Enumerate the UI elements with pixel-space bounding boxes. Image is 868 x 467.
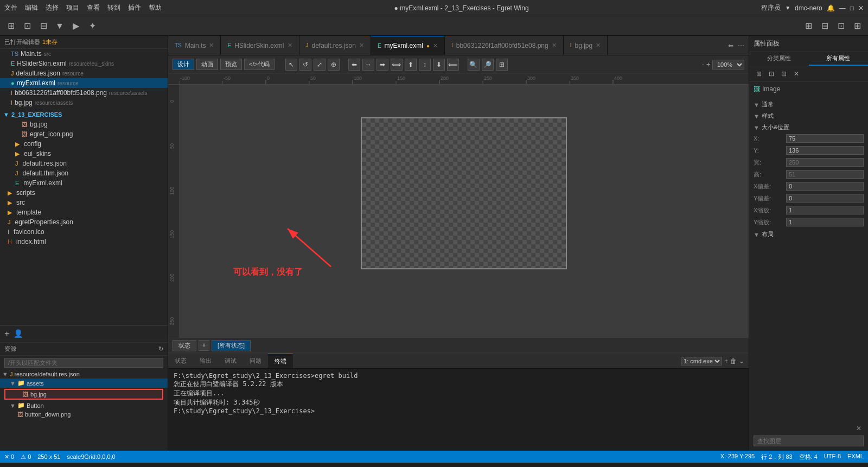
project-item-indexhtml[interactable]: H index.html [0,237,168,247]
user-role[interactable]: 程序员 [761,3,781,12]
resource-button-down[interactable]: 🖼 button_down.png [0,410,168,419]
section-layout[interactable]: ▼ 布局 [754,228,864,239]
open-file-main[interactable]: TS Main.ts src [0,49,168,59]
tab-bgjpg[interactable]: I bg.jpg ✕ [564,36,608,55]
btab-output[interactable]: 输出 [193,354,218,368]
tab-default-res[interactable]: J default.res.json ✕ [299,36,371,55]
menu-file[interactable]: 文件 [4,3,17,12]
menu-goto[interactable]: 转到 [107,3,120,12]
close-find-layer-icon[interactable]: ✕ [856,425,861,432]
add-terminal-icon[interactable]: + [724,357,728,365]
open-file-default-res[interactable]: J default.res.json resource [0,68,168,78]
resource-button-folder[interactable]: ▼ 📁 Button [0,401,168,410]
menu-select[interactable]: 选择 [46,3,59,12]
project-section[interactable]: ▼ 2_13_EXERCISES [0,110,168,119]
resources-search-input[interactable] [4,358,163,368]
terminal-cmd-select[interactable]: 1: cmd.exe [681,357,722,365]
fit-view-icon[interactable]: ⊞ [496,59,508,71]
project-item-template[interactable]: ▶ template [0,207,168,217]
tool-layout1-icon[interactable]: ⊞ [4,20,17,33]
add-state-btn[interactable]: + [199,340,209,351]
prop-width-input[interactable] [786,158,864,167]
align-hcenter-icon[interactable]: ↔ [362,59,374,71]
close-default-res[interactable]: ✕ [359,42,364,49]
menu-edit[interactable]: 编辑 [25,3,38,12]
project-item-bgjpg[interactable]: 🖼 bg.jpg [0,119,168,129]
zoom-out-icon[interactable]: 🔍 [468,59,480,71]
close-png[interactable]: ✕ [552,42,557,49]
tool-format-icon[interactable]: ✦ [86,20,99,33]
project-item-favicon[interactable]: I favicon.ico [0,227,168,237]
tool-right4-icon[interactable]: ⊞ [851,20,864,33]
tabs-extra[interactable]: ⬅ ⋯ [724,42,749,49]
tab-more-icon[interactable]: ⋯ [738,42,744,49]
close-bgjpg[interactable]: ✕ [596,42,601,49]
find-layer-input[interactable] [754,436,864,446]
prop-height-input[interactable] [786,170,864,179]
distribute-h-icon[interactable]: ⟺ [391,59,403,71]
tab-hslider[interactable]: E HSliderSkin.exml ✕ [221,36,299,55]
animate-mode-btn[interactable]: 动画 [196,59,218,70]
section-style[interactable]: ▼ 样式 [754,110,864,121]
code-mode-btn[interactable]: </>代码 [244,59,275,70]
btab-terminal[interactable]: 终端 [268,354,293,368]
rpanel-icon3[interactable]: ⊟ [778,68,789,79]
section-general[interactable]: ▼ 通常 [754,98,864,110]
tab-png[interactable]: I bb0631226f1aff00bfd51e08.png ✕ [445,36,564,55]
prop-xscale-input[interactable] [786,206,864,214]
zoom-out-btn[interactable]: - [702,61,704,68]
open-file-bg[interactable]: I bg.jpg resource\assets [0,98,168,108]
anchor-tool-icon[interactable]: ⊕ [328,59,340,71]
right-tab-all[interactable]: 所有属性 [809,52,869,66]
maximize-btn[interactable]: □ [850,4,854,12]
tool-right3-icon[interactable]: ⊡ [834,20,847,33]
scale-tool-icon[interactable]: ⤢ [314,59,326,71]
tool-right1-icon[interactable]: ⊞ [802,20,815,33]
preview-mode-btn[interactable]: 预览 [220,59,242,70]
project-item-src[interactable]: ▶ src [0,198,168,207]
tool-build-icon[interactable]: ▼ [53,20,66,33]
rotate-tool-icon[interactable]: ↺ [299,59,311,71]
open-file-hslider[interactable]: E HSliderSkin.exml resource\eui_skins [0,59,168,68]
menu-plugin[interactable]: 插件 [128,3,141,12]
tab-main-ts[interactable]: TS Main.ts ✕ [168,36,221,55]
project-item-euiskins[interactable]: ▶ eui_skins [0,149,168,159]
project-item-myexml[interactable]: E myExml.exml [0,178,168,188]
prop-y-input[interactable] [786,146,864,155]
prop-yoffset-input[interactable] [786,194,864,203]
rpanel-icon2[interactable]: ⊡ [766,68,777,79]
state-btn[interactable]: 状态 [173,340,196,351]
btab-problems[interactable]: 问题 [243,354,268,368]
align-top-icon[interactable]: ⬆ [405,59,417,71]
right-tab-categories[interactable]: 分类属性 [749,52,809,66]
minimize-btn[interactable]: — [839,4,846,12]
open-file-myexml[interactable]: ● myExml.exml resource [0,78,168,88]
cursor-tool-icon[interactable]: ↖ [285,59,297,71]
design-mode-btn[interactable]: 设计 [173,59,194,70]
close-hslider[interactable]: ✕ [288,42,292,49]
tab-myexml[interactable]: E myExml.exml ● ✕ [371,36,445,55]
menu-project[interactable]: 项目 [66,3,79,12]
btab-debug[interactable]: 调试 [218,354,243,368]
project-item-egreticon[interactable]: 🖼 egret_icon.png [0,129,168,139]
project-item-config[interactable]: ▶ config [0,139,168,149]
project-item-egretprops[interactable]: J egretProperties.json [0,217,168,227]
tool-layout3-icon[interactable]: ⊟ [37,20,50,33]
zoom-in-icon[interactable]: 🔎 [482,59,494,71]
project-item-defaultthm[interactable]: J default.thm.json [0,168,168,178]
tool-layout2-icon[interactable]: ⊡ [21,20,34,33]
add-item-icon[interactable]: + [4,329,9,339]
align-left-icon[interactable]: ⬅ [348,59,360,71]
all-states-btn[interactable]: [所有状态] [212,340,251,351]
tool-run-icon[interactable]: ▶ [69,20,82,33]
align-bottom-icon[interactable]: ⬇ [433,59,445,71]
prop-yscale-input[interactable] [786,218,864,226]
btab-status[interactable]: 状态 [168,354,193,368]
person-icon[interactable]: 👤 [14,329,23,339]
menu-help[interactable]: 帮助 [149,3,162,12]
prop-x-input[interactable] [786,134,864,143]
tab-back-icon[interactable]: ⬅ [728,42,733,49]
close-btn[interactable]: ✕ [858,4,864,12]
section-sizepos[interactable]: ▼ 大小&位置 [754,121,864,132]
resource-assets-folder[interactable]: ▼ 📁 assets [0,378,168,388]
